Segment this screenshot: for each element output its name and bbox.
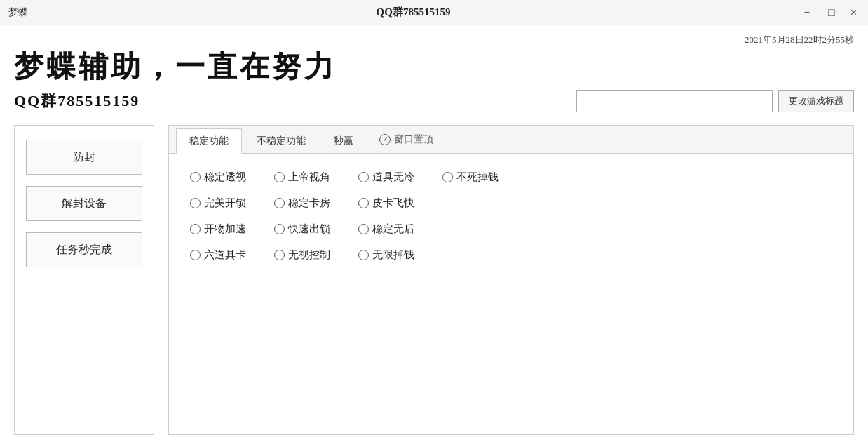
brand-title: 梦蝶辅助，一直在努力 bbox=[14, 51, 854, 83]
title-bar: 梦蝶 QQ群785515159 － □ × bbox=[0, 0, 868, 25]
app-name: 梦蝶 bbox=[8, 6, 28, 19]
window-top-label: 窗口置顶 bbox=[394, 133, 433, 146]
window-top-check[interactable]: ✓ 窗口置顶 bbox=[379, 133, 433, 146]
qq-row: QQ群785515159 更改游戏标题 bbox=[14, 90, 854, 112]
title-input-group: 更改游戏标题 bbox=[576, 90, 854, 112]
radio-immortal bbox=[442, 172, 453, 182]
feature-unlimited-money[interactable]: 无限掉钱 bbox=[358, 248, 414, 262]
feature-perfect-unlock[interactable]: 完美开锁 bbox=[190, 196, 246, 210]
feature-god-view[interactable]: 上帝视角 bbox=[274, 170, 330, 184]
radio-unlimited-money bbox=[358, 250, 369, 260]
features-area: 稳定透视 上帝视角 道具无冷 不死掉钱 bbox=[169, 154, 853, 279]
feature-fast-unlock[interactable]: 快速出锁 bbox=[274, 222, 330, 236]
datetime-row: 2021年5月28日22时2分55秒 bbox=[14, 34, 854, 46]
radio-stable-vision bbox=[190, 172, 201, 182]
change-title-button[interactable]: 更改游戏标题 bbox=[778, 90, 854, 112]
feature-row-2: 完美开锁 稳定卡房 皮卡飞快 bbox=[190, 196, 832, 210]
qq-text: QQ群785515159 bbox=[14, 91, 140, 112]
radio-open-accel bbox=[190, 224, 201, 234]
header-section: 2021年5月28日22时2分55秒 梦蝶辅助，一直在努力 QQ群7855151… bbox=[14, 34, 854, 112]
feature-pikafast[interactable]: 皮卡飞快 bbox=[358, 196, 414, 210]
radio-item-nocool bbox=[358, 172, 369, 182]
feature-row-4: 六道具卡 无视控制 无限掉钱 bbox=[190, 248, 832, 262]
feature-ignore-control[interactable]: 无视控制 bbox=[274, 248, 330, 262]
sidebar-btn-jiefeng[interactable]: 解封设备 bbox=[26, 186, 142, 221]
radio-pikafast bbox=[358, 198, 369, 208]
sidebar-btn-task[interactable]: 任务秒完成 bbox=[26, 232, 142, 267]
right-panel: 稳定功能 不稳定功能 秒赢 ✓ 窗口置顶 稳定透视 bbox=[168, 125, 854, 435]
tab-instant-win[interactable]: 秒赢 bbox=[320, 128, 367, 153]
body-section: 防封 解封设备 任务秒完成 稳定功能 不稳定功能 秒赢 ✓ 窗口置顶 bbox=[14, 125, 854, 435]
feature-stable-vision[interactable]: 稳定透视 bbox=[190, 170, 246, 184]
window-controls: － □ × bbox=[799, 5, 860, 20]
restore-button[interactable]: □ bbox=[825, 6, 838, 19]
radio-stable-noback bbox=[358, 224, 369, 234]
radio-fast-unlock bbox=[274, 224, 285, 234]
datetime-label: 2021年5月28日22时2分55秒 bbox=[745, 34, 854, 46]
tabs-bar: 稳定功能 不稳定功能 秒赢 ✓ 窗口置顶 bbox=[169, 126, 853, 154]
radio-ignore-control bbox=[274, 250, 285, 260]
tab-stable[interactable]: 稳定功能 bbox=[176, 128, 242, 154]
close-button[interactable]: × bbox=[848, 6, 860, 19]
feature-sixcard[interactable]: 六道具卡 bbox=[190, 248, 246, 262]
radio-god-view bbox=[274, 172, 285, 182]
radio-perfect-unlock bbox=[190, 198, 201, 208]
feature-open-accel[interactable]: 开物加速 bbox=[190, 222, 246, 236]
title-bar-center: QQ群785515159 bbox=[377, 6, 451, 19]
tab-unstable[interactable]: 不稳定功能 bbox=[243, 128, 319, 153]
feature-stable-room[interactable]: 稳定卡房 bbox=[274, 196, 330, 210]
feature-row-3: 开物加速 快速出锁 稳定无后 bbox=[190, 222, 832, 236]
feature-stable-noback[interactable]: 稳定无后 bbox=[358, 222, 414, 236]
feature-immortal[interactable]: 不死掉钱 bbox=[442, 170, 499, 184]
feature-row-1: 稳定透视 上帝视角 道具无冷 不死掉钱 bbox=[190, 170, 832, 184]
radio-stable-room bbox=[274, 198, 285, 208]
minimize-button[interactable]: － bbox=[799, 5, 815, 20]
feature-item-nocool[interactable]: 道具无冷 bbox=[358, 170, 414, 184]
sidebar: 防封 解封设备 任务秒完成 bbox=[14, 125, 154, 435]
sidebar-btn-fangfeng[interactable]: 防封 bbox=[26, 140, 142, 175]
radio-sixcard bbox=[190, 250, 201, 260]
game-title-input[interactable] bbox=[576, 90, 773, 112]
main-content: 2021年5月28日22时2分55秒 梦蝶辅助，一直在努力 QQ群7855151… bbox=[0, 25, 868, 442]
window-top-icon: ✓ bbox=[379, 134, 391, 145]
